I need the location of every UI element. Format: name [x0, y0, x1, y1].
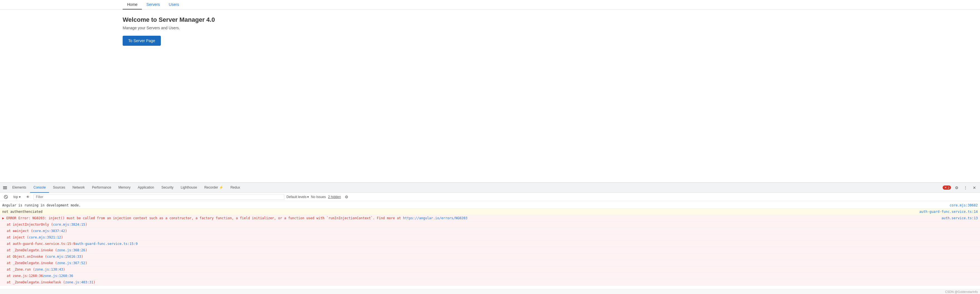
page-title: Welcome to Server Manager 4.0	[123, 16, 858, 24]
nav-tab-users[interactable]: Users	[164, 0, 184, 10]
page-subtitle: Manage your Servers and Users.	[123, 26, 858, 30]
app-container: HomeServersUsers Welcome to Server Manag…	[0, 0, 980, 64]
nav-tab-servers[interactable]: Servers	[142, 0, 164, 10]
to-server-button[interactable]: To Server Page	[123, 36, 161, 46]
nav-tabs: HomeServersUsers	[0, 0, 980, 10]
nav-tab-home[interactable]: Home	[123, 0, 142, 10]
main-content: Welcome to Server Manager 4.0 Manage you…	[0, 10, 980, 53]
